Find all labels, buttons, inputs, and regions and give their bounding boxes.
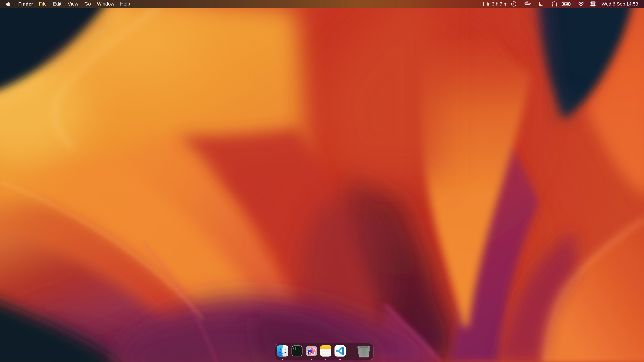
svg-text:$: $ [293,347,294,350]
